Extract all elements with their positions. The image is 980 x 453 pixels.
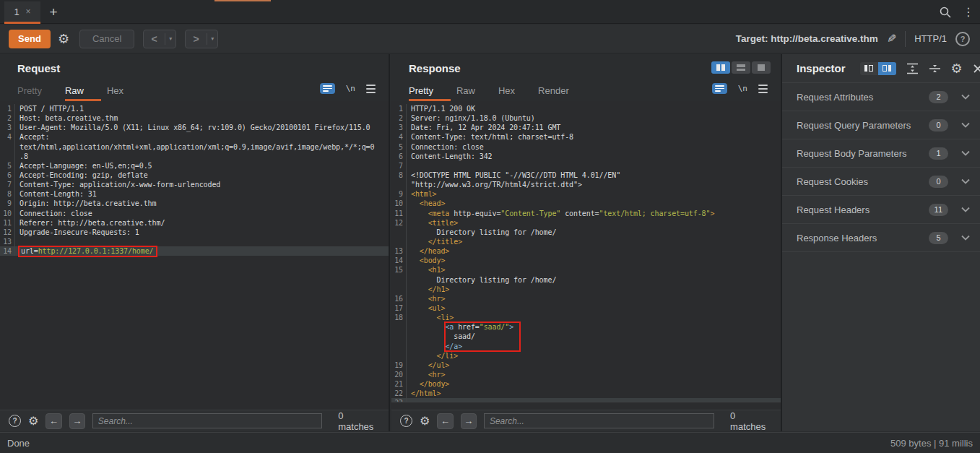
editor-menu-icon[interactable] xyxy=(366,85,376,93)
code-line[interactable]: 11Referer: http://beta.creative.thm/ xyxy=(0,218,389,228)
layout-columns-icon[interactable] xyxy=(711,61,730,74)
http-version-selector[interactable]: HTTP/1 xyxy=(914,33,947,44)
code-line[interactable]: 10 <head> xyxy=(391,199,781,208)
code-line[interactable]: 10Connection: close xyxy=(0,209,389,218)
repeater-tab-1[interactable]: 1 × xyxy=(4,1,40,24)
forward-dropdown-icon[interactable]: ▾ xyxy=(207,35,217,42)
code-line[interactable]: 2Host: beta.creative.thm xyxy=(0,113,389,123)
code-line[interactable]: 9Origin: http://beta.creative.thm xyxy=(0,199,389,208)
code-line[interactable]: 12Upgrade-Insecure-Requests: 1 xyxy=(0,228,389,237)
inspector-section-request-query-parameters[interactable]: Request Query Parameters0 xyxy=(782,111,980,139)
code-line[interactable]: 13 </head> xyxy=(391,246,781,256)
chevron-down-icon[interactable] xyxy=(961,235,970,241)
tab-response-pretty[interactable]: Pretty xyxy=(409,85,451,101)
code-line[interactable]: 1HTTP/1.1 200 OK xyxy=(391,104,781,113)
tab-request-pretty[interactable]: Pretty xyxy=(17,85,59,101)
code-line[interactable]: 19 </ul> xyxy=(391,361,781,370)
back-dropdown-icon[interactable]: ▾ xyxy=(165,35,175,42)
code-line[interactable]: 3User-Agent: Mozilla/5.0 (X11; Linux x86… xyxy=(0,123,389,132)
dock-right-icon[interactable] xyxy=(878,62,896,75)
word-wrap-icon[interactable] xyxy=(712,83,727,94)
code-line[interactable]: 22</html> xyxy=(391,389,781,398)
tab-response-render[interactable]: Render xyxy=(538,85,586,101)
inspector-section-request-attributes[interactable]: Request Attributes2 xyxy=(782,83,980,111)
inspector-section-request-cookies[interactable]: Request Cookies0 xyxy=(782,168,980,196)
tab-response-hex[interactable]: Hex xyxy=(498,85,532,101)
code-line[interactable]: 12 <title> xyxy=(391,218,781,228)
code-line[interactable]: Directory listing for /home/ xyxy=(391,275,781,285)
code-line[interactable]: Directory listing for /home/ xyxy=(391,228,781,237)
code-line[interactable]: .8 xyxy=(0,152,389,161)
kebab-menu-icon[interactable]: ⋮ xyxy=(963,5,974,19)
code-line[interactable]: </li> xyxy=(391,351,781,361)
edit-target-pencil-icon[interactable]: ✎ xyxy=(887,32,896,46)
code-line[interactable]: 5Accept-Language: en-US,en;q=0.5 xyxy=(0,161,389,171)
send-button[interactable]: Send xyxy=(9,30,51,48)
search-settings-gear-icon[interactable]: ⚙ xyxy=(420,414,430,428)
code-line[interactable]: 16 <hr> xyxy=(391,294,781,303)
search-next-button[interactable]: → xyxy=(461,413,477,429)
layout-rows-icon[interactable] xyxy=(732,61,750,74)
response-search-input[interactable] xyxy=(484,413,714,428)
inspector-section-request-headers[interactable]: Request Headers11 xyxy=(782,196,980,224)
tab-request-hex[interactable]: Hex xyxy=(107,85,141,101)
code-line[interactable]: 1POST / HTTP/1.1 xyxy=(0,104,389,113)
code-line[interactable]: 4Content-Type: text/html; charset=utf-8 xyxy=(391,132,781,142)
code-line[interactable]: 14 <body> xyxy=(391,256,781,265)
editor-menu-icon[interactable] xyxy=(758,85,768,93)
code-line[interactable]: 11 <meta http-equiv="Content-Type" conte… xyxy=(391,209,781,218)
show-newlines-icon[interactable]: \n xyxy=(346,84,355,93)
code-line[interactable]: <a href="saad/"> xyxy=(391,322,781,332)
history-back-button[interactable]: < ▾ xyxy=(143,30,176,48)
code-line[interactable]: 8Content-Length: 31 xyxy=(0,189,389,199)
response-editor[interactable]: 1HTTP/1.1 200 OK2Server: nginx/1.18.0 (U… xyxy=(391,101,781,410)
inspector-close-icon[interactable] xyxy=(973,64,980,74)
chevron-down-icon[interactable] xyxy=(961,178,970,184)
inspector-settings-gear-icon[interactable]: ⚙ xyxy=(951,61,963,77)
new-tab-button[interactable]: + xyxy=(45,4,62,21)
inspector-section-request-body-parameters[interactable]: Request Body Parameters1 xyxy=(782,139,980,168)
search-help-icon[interactable]: ? xyxy=(400,415,412,427)
code-line[interactable]: 9<html> xyxy=(391,189,781,199)
code-line[interactable]: 6Content-Length: 342 xyxy=(391,152,781,161)
search-prev-button[interactable]: ← xyxy=(437,413,453,429)
tab-request-raw[interactable]: Raw xyxy=(65,85,101,101)
code-line[interactable]: 8<!DOCTYPE HTML PUBLIC "-//W3C//DTD HTML… xyxy=(391,171,781,180)
search-settings-gear-icon[interactable]: ⚙ xyxy=(28,414,38,428)
code-line[interactable]: 15 <h1> xyxy=(391,265,781,275)
code-line[interactable]: 17 <ul> xyxy=(391,303,781,313)
help-icon[interactable]: ? xyxy=(955,32,970,46)
history-forward-button[interactable]: > ▾ xyxy=(185,30,218,48)
search-help-icon[interactable]: ? xyxy=(9,415,21,427)
tab-close-icon[interactable]: × xyxy=(26,7,31,17)
search-prev-button[interactable]: ← xyxy=(45,413,61,429)
code-line[interactable]: 3Date: Fri, 12 Apr 2024 20:47:11 GMT xyxy=(391,123,781,132)
layout-single-icon[interactable] xyxy=(752,61,771,74)
code-line[interactable]: 6Accept-Encoding: gzip, deflate xyxy=(0,171,389,180)
chevron-down-icon[interactable] xyxy=(961,207,970,212)
request-search-input[interactable] xyxy=(92,413,322,428)
collapse-all-icon[interactable] xyxy=(929,63,941,74)
chevron-down-icon[interactable] xyxy=(961,150,970,156)
search-next-button[interactable]: → xyxy=(69,413,85,429)
code-line[interactable]: text/html,application/xhtml+xml,applicat… xyxy=(0,142,389,152)
code-line[interactable]: 2Server: nginx/1.18.0 (Ubuntu) xyxy=(391,113,781,123)
code-line[interactable]: </h1> xyxy=(391,285,781,294)
code-line[interactable]: 21 </body> xyxy=(391,379,781,389)
word-wrap-icon[interactable] xyxy=(320,83,335,94)
code-line[interactable]: 7 xyxy=(391,161,781,171)
dock-left-icon[interactable] xyxy=(860,62,878,75)
inspector-section-response-headers[interactable]: Response Headers5 xyxy=(782,224,980,252)
code-line[interactable]: saad/ xyxy=(391,332,781,341)
code-line[interactable]: 5Connection: close xyxy=(391,142,781,152)
code-line[interactable]: </a> xyxy=(391,342,781,351)
send-settings-gear-icon[interactable]: ⚙ xyxy=(58,33,69,46)
code-line[interactable]: </title> xyxy=(391,237,781,246)
search-icon[interactable] xyxy=(940,7,951,18)
code-line[interactable]: 7Content-Type: application/x-www-form-ur… xyxy=(0,180,389,189)
code-line[interactable]: 4Accept: xyxy=(0,132,389,142)
request-editor[interactable]: 1POST / HTTP/1.12Host: beta.creative.thm… xyxy=(0,101,389,410)
show-newlines-icon[interactable]: \n xyxy=(738,84,747,93)
code-line[interactable]: 20 <hr> xyxy=(391,370,781,379)
cancel-button[interactable]: Cancel xyxy=(79,30,134,48)
